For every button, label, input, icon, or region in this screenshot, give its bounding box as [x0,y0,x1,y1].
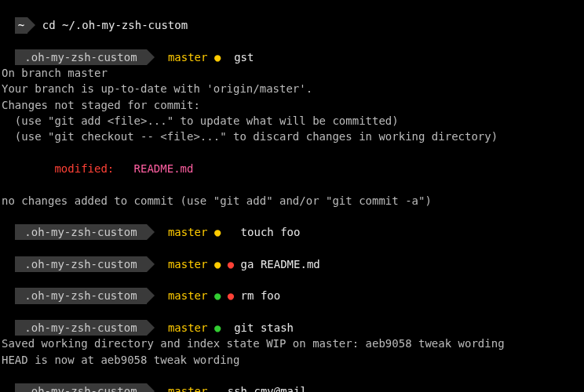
cmd-text: git stash [221,321,294,334]
output-line: On branch master [2,65,582,81]
dir-seg: .oh-my-zsh-custom [15,288,147,303]
separator-icon [147,320,155,336]
cmd-text: ga README.md [234,258,320,270]
separator-icon [27,17,35,33]
branch-name: master [161,226,214,238]
tilde-path: ~ [18,19,24,31]
separator-icon [147,224,155,240]
output-modified: modified: README.md [2,161,582,176]
output-line: HEAD is now at aeb9058 tweak wording [2,352,582,368]
dir-seg: .oh-my-zsh-custom [15,256,147,272]
cmd-text: rm foo [234,289,280,302]
output-line: (use "git add <file>..." to update what … [2,113,582,129]
prompt-git-rm[interactable]: .oh-my-zsh-custom master ● ● rm foo [2,272,582,304]
output-line: Saved working directory and index state … [2,336,582,351]
cmd-text: touch foo [221,226,300,238]
modified-file: README.md [134,162,194,175]
status-dot-icon: ● [221,289,234,302]
output-line: (use "git checkout -- <file>..." to disc… [2,129,582,144]
cmd-text: ssh cmv@mail [214,385,307,392]
branch-name: master [161,321,214,334]
branch-name: master [161,289,214,302]
dir-seg: .oh-my-zsh-custom [15,320,147,336]
prompt-git-stash[interactable]: .oh-my-zsh-custom master ● git stash [2,304,582,336]
cmd-text: cd ~/.oh-my-zsh-custom [35,19,188,31]
status-dot-icon: ● [221,258,234,270]
output-line: Changes not staged for commit: [2,97,582,113]
dir-seg: .oh-my-zsh-custom [15,383,147,392]
separator-icon [147,49,155,65]
prompt-git-touch[interactable]: .oh-my-zsh-custom master ● touch foo [2,209,582,241]
output-line: Your branch is up-to-date with 'origin/m… [2,81,582,96]
branch-name: master [161,385,214,392]
branch-name: master [161,258,214,270]
separator-icon [147,288,155,303]
blank-line [2,176,582,192]
separator-icon [147,383,155,392]
prompt-git-ga[interactable]: .oh-my-zsh-custom master ● ● ga README.m… [2,240,582,272]
separator-icon [147,256,155,272]
prompt-home[interactable]: ~ cd ~/.oh-my-zsh-custom [2,2,582,34]
cmd-text: gst [221,51,254,64]
output-line: no changes added to commit (use "git add… [2,193,582,209]
prompt-git-gst[interactable]: .oh-my-zsh-custom master ● gst [2,34,582,66]
branch-name: master [161,51,214,64]
blank-line [2,145,582,161]
dir-seg: .oh-my-zsh-custom [15,224,147,240]
prompt-git-ssh[interactable]: .oh-my-zsh-custom master ssh cmv@mail [2,368,582,392]
modified-label: modified: [2,162,134,175]
dir-seg: .oh-my-zsh-custom [15,49,147,65]
